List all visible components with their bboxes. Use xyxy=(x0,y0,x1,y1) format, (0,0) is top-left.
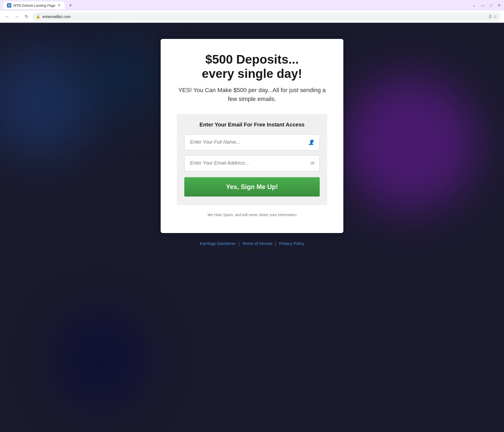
lock-icon: 🔒 xyxy=(36,14,40,19)
browser-tab[interactable]: W MTB Default Landing Page ✕ xyxy=(3,2,64,9)
share-icon[interactable]: ⎙ xyxy=(489,14,492,19)
tab-favicon: W xyxy=(7,3,11,8)
browser-titlebar: W MTB Default Landing Page ✕ + ⌄ — □ ✕ xyxy=(0,0,504,11)
footer-separator-2: | xyxy=(275,241,276,246)
earnings-disclaimer-link[interactable]: Earnings Disclaimer xyxy=(200,241,236,246)
address-actions: ⎙ ☆ xyxy=(489,14,497,19)
email-icon: ✉ xyxy=(310,160,314,166)
name-input[interactable] xyxy=(190,139,302,145)
name-field-wrapper[interactable]: 👤 xyxy=(184,134,320,150)
bg-decoration-purple xyxy=(343,77,477,211)
browser-chrome: W MTB Default Landing Page ✕ + ⌄ — □ ✕ ←… xyxy=(0,0,504,23)
main-card: $500 Deposits... every single day! YES! … xyxy=(161,39,343,233)
window-controls: ⌄ — □ ✕ xyxy=(472,3,501,8)
footer-copyright: Copyright © 2023 xyxy=(0,248,504,252)
bg-decoration-dark-blue xyxy=(54,313,148,406)
page-footer: Earnings Disclaimer | Terms of Service |… xyxy=(0,233,504,257)
email-input[interactable] xyxy=(190,160,302,166)
browser-toolbar: ← → ↻ 🔒 erinemailbiz.com ⎙ ☆ xyxy=(0,11,504,23)
footer-separator-1: | xyxy=(239,241,240,246)
submit-button[interactable]: Yes, Sign Me Up! xyxy=(184,177,320,197)
tab-close-button[interactable]: ✕ xyxy=(57,3,61,8)
back-button[interactable]: ← xyxy=(3,13,11,20)
form-title: Enter Your Email For Free Instant Access xyxy=(184,122,320,128)
tab-title: MTB Default Landing Page xyxy=(13,3,55,8)
maximize-button[interactable]: □ xyxy=(490,3,492,8)
opt-in-form-box: Enter Your Email For Free Instant Access… xyxy=(177,114,327,205)
minimize-button[interactable]: — xyxy=(481,3,485,8)
person-icon: 👤 xyxy=(308,139,314,145)
url-text: erinemailbiz.com xyxy=(42,14,487,19)
bookmark-icon[interactable]: ☆ xyxy=(493,14,497,19)
privacy-policy-link[interactable]: Privacy Policy xyxy=(279,241,304,246)
wordpress-icon: W xyxy=(8,4,10,7)
footer-links: Earnings Disclaimer | Terms of Service |… xyxy=(0,241,504,246)
spam-note: We Hate Spam, and will never share your … xyxy=(177,213,327,217)
new-tab-button[interactable]: + xyxy=(67,2,74,9)
bg-decoration-teal xyxy=(81,36,161,117)
reload-button[interactable]: ↻ xyxy=(23,13,30,20)
bg-decoration-blue xyxy=(0,50,94,157)
forward-button[interactable]: → xyxy=(13,13,20,20)
address-bar[interactable]: 🔒 erinemailbiz.com ⎙ ☆ xyxy=(32,12,501,21)
page-content: $500 Deposits... every single day! YES! … xyxy=(0,23,504,432)
main-headline: $500 Deposits... every single day! xyxy=(177,52,327,81)
close-button[interactable]: ✕ xyxy=(498,3,501,8)
sub-headline: YES! You Can Make $500 per day...All for… xyxy=(177,86,327,103)
chevron-button[interactable]: ⌄ xyxy=(472,3,476,8)
email-field-wrapper[interactable]: ✉ xyxy=(184,155,320,171)
terms-of-service-link[interactable]: Terms of Service xyxy=(242,241,272,246)
